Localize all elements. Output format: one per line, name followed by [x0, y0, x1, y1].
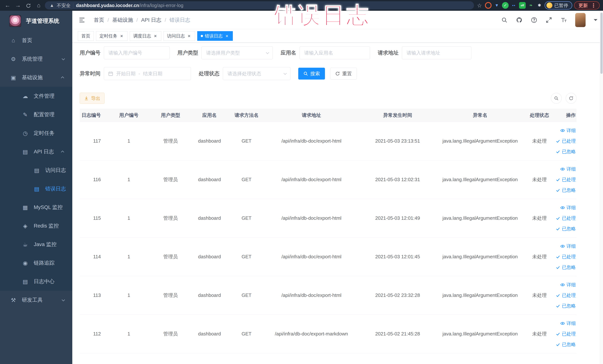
extension-puzzle-icon[interactable]: ✱ — [536, 2, 543, 9]
sidebar-item-label: 日志中心 — [34, 278, 55, 285]
breadcrumb-item[interactable]: API 日志 — [141, 16, 162, 23]
app-name-input[interactable] — [300, 46, 370, 59]
browser-forward-icon[interactable]: → — [14, 0, 22, 11]
tab-close-icon[interactable]: × — [153, 34, 158, 38]
action-processed-link[interactable]: 已处理 — [558, 213, 576, 223]
tab-close-icon[interactable]: × — [119, 34, 124, 38]
action-detail-link[interactable]: 详细 — [558, 125, 576, 136]
action-processed-link[interactable]: 已处理 — [558, 290, 576, 301]
user-menu-caret-icon[interactable] — [594, 19, 597, 23]
refresh-table-button[interactable] — [566, 93, 577, 104]
tab-error-logs[interactable]: 错误日志× — [197, 31, 233, 41]
profile-paused-chip[interactable]: 已暂停 — [545, 1, 572, 10]
sidebar-item-dev-tools[interactable]: ⚒研发工具 — [0, 291, 72, 309]
action-ignored-link[interactable]: 已忽略 — [558, 146, 576, 157]
page-content: 用户编号 用户类型 请选择用户类型 应用名 请求地址 异常时间 开始日期 - 结… — [72, 43, 603, 353]
sidebar-item-infrastructure[interactable]: ▣基础设施 — [0, 68, 72, 87]
sidebar-item-error-logs[interactable]: ▤错误日志 — [0, 179, 72, 198]
app-header: 首页/基础设施/API 日志/错误日志 — [72, 11, 603, 29]
action-processed-link[interactable]: 已处理 — [558, 251, 576, 262]
tab-label: 访问日志 — [167, 33, 185, 39]
extension-switch-off-icon[interactable]: off — [519, 2, 526, 9]
user-type-select[interactable]: 请选择用户类型 — [201, 46, 273, 59]
action-ignored-link[interactable]: 已忽略 — [558, 185, 576, 195]
log-icon: ▤ — [33, 186, 40, 192]
tab-schedule-logs[interactable]: 调度日志× — [130, 31, 161, 41]
extension-grid-icon[interactable]: ▪▪ — [510, 2, 517, 9]
tab-access-logs[interactable]: 访问日志× — [163, 31, 195, 41]
browser-reload-icon[interactable] — [24, 0, 33, 11]
browser-update-button[interactable]: 更新 ⋮ — [574, 1, 600, 10]
address-bar[interactable]: ▲ 不安全 dashboard.yudao.iocoder.cn/infra/l… — [45, 1, 474, 10]
sidebar-item-java-monitor[interactable]: ☕Java 监控 — [0, 235, 72, 254]
cell-user_type: 管理员 — [150, 331, 191, 337]
extension-adblock-icon[interactable] — [485, 2, 492, 9]
user-id-input[interactable] — [104, 46, 170, 59]
search-button[interactable]: 搜索 — [298, 68, 325, 80]
exception-time-range-picker[interactable]: 开始日期 - 结束日期 — [104, 67, 191, 80]
tab-close-icon[interactable]: × — [187, 34, 191, 38]
process-status-select[interactable]: 请选择处理状态 — [223, 67, 290, 80]
font-size-icon[interactable] — [560, 17, 567, 23]
action-ignored-link[interactable]: 已忽略 — [558, 339, 576, 350]
action-processed-link[interactable]: 已处理 — [558, 329, 576, 339]
action-detail-link[interactable]: 详细 — [558, 202, 576, 213]
scrollbar-thumb[interactable] — [600, 13, 603, 74]
export-button[interactable]: 导出 — [80, 93, 104, 104]
sidebar-item-label: Java 监控 — [34, 241, 57, 248]
sidebar-item-file-management[interactable]: ☁文件管理 — [0, 87, 72, 105]
cell-status: 未处理 — [523, 176, 556, 183]
breadcrumb-item[interactable]: 基础设施 — [112, 16, 133, 23]
tab-scheduled-tasks[interactable]: 定时任务× — [96, 31, 128, 41]
toggle-search-button[interactable] — [551, 93, 562, 104]
tags-view-bar: 首页定时任务×调度日志×访问日志×错误日志× — [72, 29, 603, 43]
breadcrumb-item[interactable]: 首页 — [94, 16, 104, 23]
coffee-icon: ☕ — [22, 241, 29, 248]
reset-button[interactable]: 重置 — [330, 68, 357, 80]
cell-app_name: dashboard — [191, 177, 228, 182]
sidebar-item-config-management[interactable]: ✎配置管理 — [0, 105, 72, 124]
fullscreen-icon[interactable] — [545, 17, 552, 23]
action-detail-link[interactable]: 详细 — [558, 280, 576, 290]
sidebar-item-home[interactable]: ⌂首页 — [0, 31, 72, 50]
sidebar-toggle-icon[interactable] — [78, 16, 86, 24]
action-detail-link[interactable]: 详细 — [558, 164, 576, 174]
sidebar-item-scheduled-tasks[interactable]: ◷定时任务 — [0, 124, 72, 142]
sidebar-item-link-tracing[interactable]: ◉链路追踪 — [0, 254, 72, 272]
extension-shield-icon[interactable]: ▼ — [493, 2, 500, 9]
sidebar-item-system-management[interactable]: ⚙系统管理 — [0, 50, 72, 68]
extension-leaf-icon[interactable]: ❧ — [528, 2, 534, 9]
github-icon[interactable] — [516, 17, 522, 23]
app-logo-row[interactable]: 芋道管理系统 — [0, 11, 72, 31]
home-icon: ⌂ — [10, 37, 17, 44]
extension-green-check-icon[interactable]: ✓ — [502, 2, 509, 9]
tab-home[interactable]: 首页 — [78, 31, 94, 41]
action-ignored-link[interactable]: 已忽略 — [558, 262, 576, 273]
action-ignored-link[interactable]: 已忽略 — [558, 301, 576, 311]
bookmark-star-icon[interactable]: ☆ — [477, 2, 482, 9]
browser-home-icon[interactable]: ⌂ — [35, 0, 43, 11]
check-icon — [556, 265, 560, 270]
browser-back-icon[interactable]: ← — [3, 0, 12, 11]
search-icon[interactable] — [501, 17, 508, 23]
action-ignored-link[interactable]: 已忽略 — [558, 223, 576, 234]
browser-menu-icon[interactable]: ⋮ — [591, 2, 596, 9]
sidebar-item-mysql-monitor[interactable]: ▦MySQL 监控 — [0, 198, 72, 217]
cell-log_id: 112 — [80, 331, 107, 337]
action-processed-link[interactable]: 已处理 — [558, 136, 576, 146]
sidebar-item-redis-monitor[interactable]: ◈Redis 监控 — [0, 217, 72, 235]
sidebar-item-log-center[interactable]: ▤日志中心 — [0, 272, 72, 291]
help-icon[interactable] — [531, 17, 537, 23]
sidebar-item-access-logs[interactable]: ▤访问日志 — [0, 161, 72, 179]
request-url-input[interactable] — [402, 46, 471, 59]
action-detail-link[interactable]: 详细 — [558, 318, 576, 329]
user-avatar[interactable] — [575, 13, 586, 27]
page-scrollbar[interactable] — [600, 11, 603, 364]
action-detail-link[interactable]: 详细 — [558, 241, 576, 251]
sidebar-item-api-logs[interactable]: ▤API 日志 — [0, 142, 72, 161]
tab-close-icon[interactable]: × — [224, 34, 229, 38]
action-processed-link[interactable]: 已处理 — [558, 174, 576, 185]
chevron-down-icon — [61, 57, 65, 60]
database-icon: ▦ — [22, 204, 29, 211]
cell-exception: java.lang.IllegalArgumentException — [438, 177, 523, 182]
